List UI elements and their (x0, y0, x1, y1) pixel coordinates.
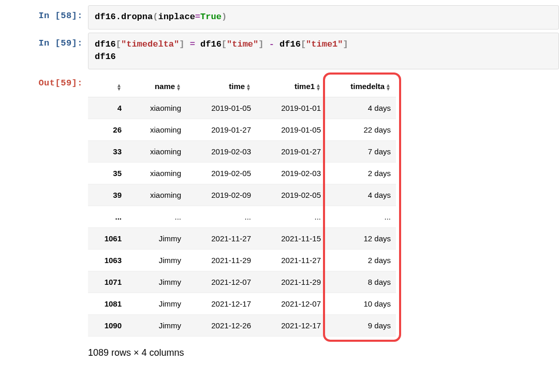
column-header-index[interactable]: ▲▼ (88, 76, 127, 97)
dataframe-table: ▲▼name▲▼time▲▼time1▲▼timedelta▲▼ 4xiaomi… (88, 76, 396, 337)
code-in-58[interactable]: df16.dropna(inplace=True) (88, 5, 559, 30)
cell-name: xiaoming (127, 119, 186, 140)
column-header-time1[interactable]: time1▲▼ (256, 76, 326, 97)
table-row: 1061Jimmy2021-11-272021-11-1512 days (88, 227, 396, 249)
row-index: 33 (88, 140, 127, 162)
column-header-name[interactable]: name▲▼ (127, 76, 186, 97)
cell-name: Jimmy (127, 314, 186, 336)
cell-name: xiaoming (127, 184, 186, 206)
notebook: In [58]: df16.dropna(inplace=True) In [5… (5, 5, 559, 358)
cell-in-59: In [59]: df16["timedelta"] = df16["time"… (5, 33, 559, 69)
table-row: 1063Jimmy2021-11-292021-11-272 days (88, 249, 396, 271)
row-index: 1063 (88, 249, 127, 271)
cell-time1: ... (256, 206, 326, 227)
cell-timedelta: 12 days (326, 227, 396, 249)
prompt-in-59: In [59]: (5, 33, 88, 49)
cell-out-59: Out[59]: ▲▼name▲▼time▲▼time1▲▼timedelta▲… (5, 72, 559, 358)
column-header-time[interactable]: time▲▼ (186, 76, 256, 97)
output-area: ▲▼name▲▼time▲▼time1▲▼timedelta▲▼ 4xiaomi… (88, 72, 559, 358)
code-in-59[interactable]: df16["timedelta"] = df16["time"] - df16[… (88, 33, 559, 69)
cell-time: 2021-11-27 (186, 227, 256, 249)
table-row: 39xiaoming2019-02-092019-02-054 days (88, 184, 396, 206)
cell-time1: 2019-01-01 (256, 97, 326, 119)
cell-time1: 2019-01-05 (256, 119, 326, 140)
cell-timedelta: 7 days (326, 140, 396, 162)
row-index: 1081 (88, 293, 127, 314)
table-row: ............... (88, 206, 396, 227)
table-row: 1090Jimmy2021-12-262021-12-179 days (88, 314, 396, 336)
table-row: 1071Jimmy2021-12-072021-11-298 days (88, 271, 396, 293)
cell-time1: 2021-11-29 (256, 271, 326, 293)
row-index: 1061 (88, 227, 127, 249)
cell-timedelta: 4 days (326, 184, 396, 206)
table-body: 4xiaoming2019-01-052019-01-014 days26xia… (88, 97, 396, 336)
cell-time1: 2021-12-07 (256, 293, 326, 314)
column-header-label: time (229, 82, 245, 91)
cell-time1: 2021-11-15 (256, 227, 326, 249)
prompt-in-58: In [58]: (5, 5, 88, 22)
table-row: 33xiaoming2019-02-032019-01-277 days (88, 140, 396, 162)
row-index: ... (88, 206, 127, 227)
cell-name: Jimmy (127, 293, 186, 314)
cell-timedelta: 9 days (326, 314, 396, 336)
sort-icon: ▲▼ (316, 83, 321, 91)
cell-name: xiaoming (127, 97, 186, 119)
dataframe-summary: 1089 rows × 4 columns (88, 347, 559, 358)
table-header: ▲▼name▲▼time▲▼time1▲▼timedelta▲▼ (88, 76, 396, 97)
cell-timedelta: 4 days (326, 97, 396, 119)
cell-time: 2019-02-09 (186, 184, 256, 206)
sort-icon: ▲▼ (246, 83, 251, 91)
cell-timedelta: 8 days (326, 271, 396, 293)
cell-time: ... (186, 206, 256, 227)
cell-time: 2019-01-27 (186, 119, 256, 140)
column-header-timedelta[interactable]: timedelta▲▼ (326, 76, 396, 97)
cell-name: xiaoming (127, 162, 186, 184)
cell-time1: 2021-11-27 (256, 249, 326, 271)
row-index: 4 (88, 97, 127, 119)
table-row: 1081Jimmy2021-12-172021-12-0710 days (88, 293, 396, 314)
prompt-out-59: Out[59]: (5, 72, 88, 89)
sort-icon: ▲▼ (386, 83, 391, 91)
dataframe-wrapper: ▲▼name▲▼time▲▼time1▲▼timedelta▲▼ 4xiaomi… (88, 76, 396, 337)
cell-time: 2019-02-03 (186, 140, 256, 162)
table-row: 26xiaoming2019-01-272019-01-0522 days (88, 119, 396, 140)
cell-name: Jimmy (127, 271, 186, 293)
cell-time: 2021-12-26 (186, 314, 256, 336)
cell-in-58: In [58]: df16.dropna(inplace=True) (5, 5, 559, 30)
row-index: 26 (88, 119, 127, 140)
cell-name: Jimmy (127, 249, 186, 271)
cell-time1: 2021-12-17 (256, 314, 326, 336)
cell-time: 2021-11-29 (186, 249, 256, 271)
cell-timedelta: 22 days (326, 119, 396, 140)
table-row: 35xiaoming2019-02-052019-02-032 days (88, 162, 396, 184)
cell-time: 2019-01-05 (186, 97, 256, 119)
cell-time1: 2019-02-05 (256, 184, 326, 206)
cell-name: ... (127, 206, 186, 227)
cell-name: xiaoming (127, 140, 186, 162)
column-header-label: time1 (295, 82, 315, 91)
column-header-label: name (155, 82, 175, 91)
column-header-label: timedelta (350, 82, 385, 91)
sort-icon: ▲▼ (116, 83, 122, 91)
cell-timedelta: 10 days (326, 293, 396, 314)
cell-time: 2019-02-05 (186, 162, 256, 184)
cell-timedelta: ... (326, 206, 396, 227)
cell-time1: 2019-01-27 (256, 140, 326, 162)
row-index: 35 (88, 162, 127, 184)
row-index: 39 (88, 184, 127, 206)
cell-time1: 2019-02-03 (256, 162, 326, 184)
row-index: 1090 (88, 314, 127, 336)
cell-timedelta: 2 days (326, 162, 396, 184)
table-row: 4xiaoming2019-01-052019-01-014 days (88, 97, 396, 119)
cell-name: Jimmy (127, 227, 186, 249)
cell-timedelta: 2 days (326, 249, 396, 271)
sort-icon: ▲▼ (176, 83, 181, 91)
cell-time: 2021-12-07 (186, 271, 256, 293)
cell-time: 2021-12-17 (186, 293, 256, 314)
row-index: 1071 (88, 271, 127, 293)
